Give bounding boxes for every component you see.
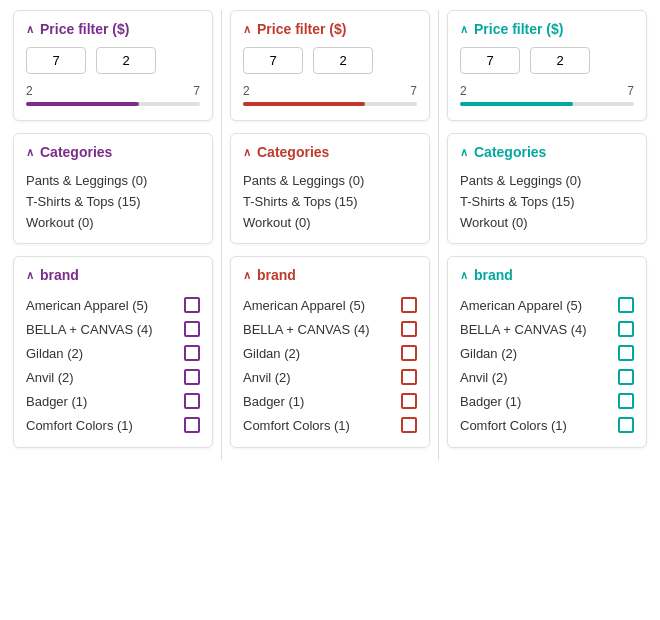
price-min-input[interactable]: [243, 47, 303, 74]
brand-label: American Apparel (5): [26, 298, 148, 313]
brand-checkbox[interactable]: [618, 393, 634, 409]
brand-label: Comfort Colors (1): [243, 418, 350, 433]
brand-checkbox[interactable]: [618, 345, 634, 361]
brand-chevron-icon[interactable]: ∧: [26, 269, 34, 282]
brand-item[interactable]: American Apparel (5): [26, 293, 200, 317]
range-track[interactable]: [243, 102, 417, 106]
categories-panel: ∧ Categories Pants & Leggings (0)T-Shirt…: [13, 133, 213, 244]
brand-checkbox[interactable]: [184, 369, 200, 385]
price-filter-panel: ∧ Price filter ($) 2 7: [230, 10, 430, 121]
brand-checkbox[interactable]: [618, 297, 634, 313]
price-min-input[interactable]: [460, 47, 520, 74]
brand-chevron-icon[interactable]: ∧: [460, 269, 468, 282]
price-max-input[interactable]: [530, 47, 590, 74]
brand-checkbox[interactable]: [401, 321, 417, 337]
price-max-input[interactable]: [313, 47, 373, 74]
column-3: ∧ Price filter ($) 2 7 ∧ Categories Pant…: [439, 10, 655, 460]
price-filter-header: ∧ Price filter ($): [460, 21, 634, 37]
categories-chevron-icon[interactable]: ∧: [243, 146, 251, 159]
price-chevron-icon[interactable]: ∧: [26, 23, 34, 36]
brand-checkbox[interactable]: [618, 321, 634, 337]
brand-item[interactable]: Anvil (2): [26, 365, 200, 389]
range-track[interactable]: [26, 102, 200, 106]
category-item[interactable]: Pants & Leggings (0): [26, 170, 200, 191]
category-item[interactable]: Workout (0): [26, 212, 200, 233]
brand-checkbox[interactable]: [184, 417, 200, 433]
range-track[interactable]: [460, 102, 634, 106]
price-filter-title: Price filter ($): [40, 21, 129, 37]
price-filter-panel: ∧ Price filter ($) 2 7: [13, 10, 213, 121]
brand-label: Gildan (2): [26, 346, 83, 361]
brand-title: brand: [474, 267, 513, 283]
range-fill: [26, 102, 139, 106]
brand-item[interactable]: BELLA + CANVAS (4): [460, 317, 634, 341]
brand-item[interactable]: Gildan (2): [243, 341, 417, 365]
brand-header: ∧ brand: [243, 267, 417, 283]
brand-checkbox[interactable]: [401, 297, 417, 313]
brand-item[interactable]: Gildan (2): [460, 341, 634, 365]
brand-label: American Apparel (5): [460, 298, 582, 313]
categories-title: Categories: [257, 144, 329, 160]
price-chevron-icon[interactable]: ∧: [243, 23, 251, 36]
range-max-label: 7: [410, 84, 417, 98]
category-item[interactable]: Pants & Leggings (0): [243, 170, 417, 191]
brand-checkbox[interactable]: [184, 321, 200, 337]
brand-checkbox[interactable]: [184, 393, 200, 409]
categories-chevron-icon[interactable]: ∧: [460, 146, 468, 159]
brand-item[interactable]: Badger (1): [243, 389, 417, 413]
brand-chevron-icon[interactable]: ∧: [243, 269, 251, 282]
brand-item[interactable]: BELLA + CANVAS (4): [26, 317, 200, 341]
categories-panel: ∧ Categories Pants & Leggings (0)T-Shirt…: [230, 133, 430, 244]
category-item[interactable]: Workout (0): [460, 212, 634, 233]
range-labels: 2 7: [460, 84, 634, 98]
brand-label: Badger (1): [243, 394, 304, 409]
price-chevron-icon[interactable]: ∧: [460, 23, 468, 36]
range-min-label: 2: [460, 84, 467, 98]
category-item[interactable]: T-Shirts & Tops (15): [26, 191, 200, 212]
range-max-label: 7: [627, 84, 634, 98]
brand-item[interactable]: Comfort Colors (1): [243, 413, 417, 437]
price-inputs: [243, 47, 417, 74]
brand-checkbox[interactable]: [184, 345, 200, 361]
brand-item[interactable]: Comfort Colors (1): [460, 413, 634, 437]
brand-label: Badger (1): [460, 394, 521, 409]
range-labels: 2 7: [26, 84, 200, 98]
brand-item[interactable]: Anvil (2): [460, 365, 634, 389]
price-min-input[interactable]: [26, 47, 86, 74]
brand-label: Gildan (2): [243, 346, 300, 361]
brand-label: Anvil (2): [26, 370, 74, 385]
brand-label: Comfort Colors (1): [26, 418, 133, 433]
category-item[interactable]: T-Shirts & Tops (15): [243, 191, 417, 212]
range-fill: [243, 102, 365, 106]
brand-item[interactable]: BELLA + CANVAS (4): [243, 317, 417, 341]
brand-checkbox[interactable]: [618, 417, 634, 433]
categories-title: Categories: [474, 144, 546, 160]
brand-item[interactable]: American Apparel (5): [460, 293, 634, 317]
category-item[interactable]: T-Shirts & Tops (15): [460, 191, 634, 212]
brand-item[interactable]: Anvil (2): [243, 365, 417, 389]
category-item[interactable]: Pants & Leggings (0): [460, 170, 634, 191]
brand-item[interactable]: Badger (1): [26, 389, 200, 413]
brand-checkbox[interactable]: [401, 393, 417, 409]
brand-item[interactable]: American Apparel (5): [243, 293, 417, 317]
brand-label: BELLA + CANVAS (4): [26, 322, 153, 337]
brand-checkbox[interactable]: [401, 417, 417, 433]
brand-label: American Apparel (5): [243, 298, 365, 313]
price-filter-header: ∧ Price filter ($): [243, 21, 417, 37]
price-max-input[interactable]: [96, 47, 156, 74]
brand-item[interactable]: Comfort Colors (1): [26, 413, 200, 437]
brand-header: ∧ brand: [26, 267, 200, 283]
brand-checkbox[interactable]: [401, 369, 417, 385]
brand-checkbox[interactable]: [184, 297, 200, 313]
brand-checkbox[interactable]: [618, 369, 634, 385]
brand-title: brand: [40, 267, 79, 283]
main-layout: ∧ Price filter ($) 2 7 ∧ Categories Pant…: [0, 0, 660, 470]
brand-item[interactable]: Badger (1): [460, 389, 634, 413]
brand-checkbox[interactable]: [401, 345, 417, 361]
categories-header: ∧ Categories: [243, 144, 417, 160]
categories-header: ∧ Categories: [26, 144, 200, 160]
categories-chevron-icon[interactable]: ∧: [26, 146, 34, 159]
category-item[interactable]: Workout (0): [243, 212, 417, 233]
column-2: ∧ Price filter ($) 2 7 ∧ Categories Pant…: [222, 10, 439, 460]
brand-item[interactable]: Gildan (2): [26, 341, 200, 365]
